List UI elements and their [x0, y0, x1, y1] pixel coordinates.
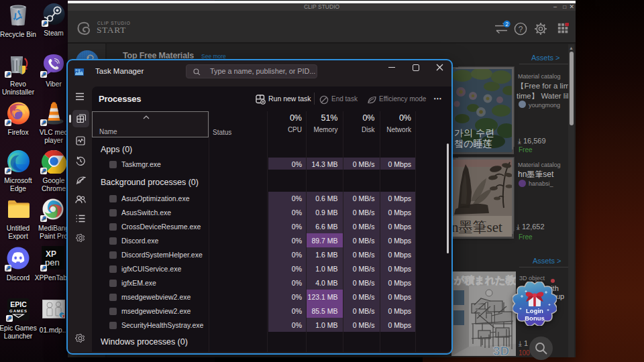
svg-text:Login: Login [526, 307, 543, 314]
svg-text:가의 수련: 가의 수련 [454, 127, 494, 138]
svg-text:Bonus: Bonus [525, 314, 545, 322]
svg-text:챜の睡莲: 챜の睡莲 [454, 138, 492, 149]
svg-text:EPIC: EPIC [10, 300, 27, 308]
svg-text:2: 2 [505, 21, 508, 27]
svg-text:GAMES: GAMES [9, 309, 27, 313]
svg-text:?: ? [519, 25, 523, 34]
svg-text:pen: pen [45, 257, 60, 267]
